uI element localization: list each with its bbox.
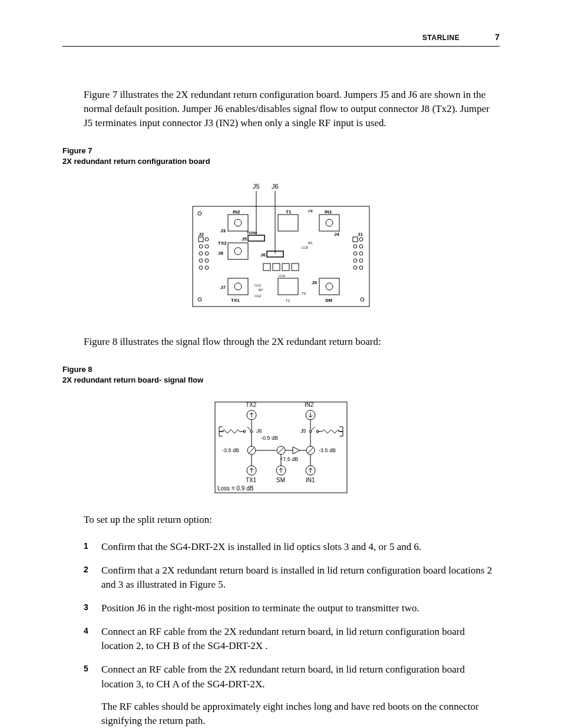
fig7-T2: T2 bbox=[286, 299, 290, 302]
svg-rect-38 bbox=[292, 263, 299, 271]
svg-point-10 bbox=[361, 298, 364, 301]
fig8-m05: -0.5 dB bbox=[261, 435, 278, 441]
figure7: J5 J6 IN2 T1 IN1 C9 bbox=[62, 178, 500, 319]
svg-point-43 bbox=[326, 283, 333, 290]
step-5: Connect an RF cable from the 2X redundan… bbox=[84, 663, 500, 728]
svg-point-25 bbox=[353, 252, 357, 255]
svg-point-7 bbox=[326, 219, 333, 226]
svg-rect-6 bbox=[319, 215, 339, 231]
step-4: Connect an RF cable from the 2X redundan… bbox=[84, 625, 500, 653]
fig7-SM: SM bbox=[325, 298, 332, 303]
svg-point-28 bbox=[359, 259, 363, 262]
svg-point-24 bbox=[359, 245, 363, 248]
svg-point-27 bbox=[353, 259, 357, 262]
svg-point-34 bbox=[234, 248, 242, 255]
svg-point-20 bbox=[205, 266, 209, 269]
fig7-j6-callout: J6 bbox=[272, 183, 279, 190]
svg-point-22 bbox=[359, 238, 363, 241]
svg-point-14 bbox=[205, 245, 209, 248]
fig7-TX1: TX1 bbox=[231, 298, 240, 303]
svg-point-4 bbox=[234, 219, 242, 226]
fig7-J9: J9 bbox=[312, 280, 317, 285]
svg-point-16 bbox=[205, 252, 209, 255]
fig8-m35a: -3.5 dB bbox=[222, 447, 239, 453]
svg-point-9 bbox=[198, 298, 201, 301]
step-2: Confirm that a 2X redundant return board… bbox=[84, 564, 500, 592]
svg-point-26 bbox=[359, 252, 363, 255]
svg-rect-3 bbox=[228, 215, 248, 231]
svg-point-29 bbox=[353, 266, 357, 269]
fig7-R1: R1 bbox=[308, 241, 313, 245]
svg-point-12 bbox=[205, 238, 209, 241]
svg-rect-36 bbox=[273, 263, 280, 271]
figure8: TX2 IN2 J6 J5 -0.5 dB -3.5 dB - bbox=[62, 397, 500, 498]
fig7-IN1: IN1 bbox=[325, 209, 332, 215]
svg-line-60 bbox=[308, 447, 313, 453]
svg-line-63 bbox=[278, 447, 284, 453]
figure7-caption: Figure 7 2X redundant return configurati… bbox=[62, 146, 500, 166]
fig7-J8: J8 bbox=[218, 251, 223, 256]
fig7-J4: J4 bbox=[334, 232, 339, 237]
fig7-j5-callout: J5 bbox=[253, 183, 260, 190]
page-header: STARLINE 7 bbox=[62, 32, 500, 47]
fig8-IN1: IN1 bbox=[306, 477, 315, 483]
fig7-T1: T1 bbox=[286, 209, 292, 215]
svg-point-30 bbox=[359, 266, 363, 269]
svg-point-8 bbox=[198, 212, 201, 215]
fig7-J7: J7 bbox=[220, 285, 226, 290]
paragraph-1: Figure 7 illustrates the 2X redundant re… bbox=[84, 88, 500, 130]
fig7-J5: J5 bbox=[242, 236, 247, 242]
fig7-TX2: TX2 bbox=[218, 241, 227, 246]
svg-point-17 bbox=[199, 259, 203, 262]
header-page-number: 7 bbox=[495, 32, 500, 44]
fig8-m35b: -3.5 dB bbox=[319, 447, 336, 453]
figure8-caption: Figure 8 2X redundant return board- sign… bbox=[62, 364, 500, 385]
fig7-J1: J1 bbox=[358, 232, 363, 237]
svg-marker-65 bbox=[293, 447, 300, 454]
fig7-TERM: TERM bbox=[247, 231, 257, 235]
svg-point-40 bbox=[234, 283, 242, 290]
svg-rect-33 bbox=[228, 243, 248, 259]
svg-rect-37 bbox=[282, 263, 289, 271]
fig7-J6: J6 bbox=[260, 252, 266, 258]
fig7-C12: C12 bbox=[254, 294, 262, 298]
figure8-svg: TX2 IN2 J6 J5 -0.5 dB -3.5 dB - bbox=[210, 397, 352, 498]
steps-intro: To set up the split return option: bbox=[84, 513, 500, 527]
svg-line-51 bbox=[247, 427, 252, 431]
step-1: Confirm that the SG4-DRT-2X is installed… bbox=[84, 540, 500, 554]
svg-rect-31 bbox=[248, 235, 265, 241]
fig8-SM: SM bbox=[276, 477, 285, 483]
svg-rect-35 bbox=[263, 263, 270, 271]
figure7-svg: J5 J6 IN2 T1 IN1 C9 bbox=[181, 178, 381, 319]
fig7-C10: C10 bbox=[279, 274, 286, 278]
step-5-extra: The RF cables should be approximately ei… bbox=[101, 700, 500, 728]
svg-point-15 bbox=[199, 252, 203, 255]
fig8-loss: Loss = 0.9 dB bbox=[217, 485, 254, 492]
fig7-C15: C15 bbox=[302, 246, 309, 249]
svg-rect-5 bbox=[278, 215, 298, 231]
fig8-J6: J6 bbox=[256, 428, 262, 434]
svg-rect-42 bbox=[319, 278, 339, 295]
fig8-p75: +7.5 dB bbox=[280, 456, 298, 462]
fig7-C11: C11 bbox=[254, 284, 262, 287]
svg-rect-39 bbox=[228, 278, 248, 295]
svg-line-54 bbox=[310, 427, 315, 431]
fig8-J5: J5 bbox=[300, 428, 306, 434]
step-3: Position J6 in the right-most position t… bbox=[84, 601, 500, 615]
svg-point-23 bbox=[353, 245, 357, 248]
fig7-T3: T3 bbox=[302, 292, 306, 295]
header-brand: STARLINE bbox=[422, 33, 459, 43]
fig7-J2: J2 bbox=[199, 232, 204, 237]
svg-rect-21 bbox=[353, 237, 358, 242]
fig7-J3: J3 bbox=[220, 228, 226, 233]
paragraph-2: Figure 8 illustrates the signal flow thr… bbox=[84, 335, 500, 349]
fig7-C9: C9 bbox=[308, 209, 313, 213]
steps-list: Confirm that the SG4-DRT-2X is installed… bbox=[84, 540, 500, 728]
svg-point-18 bbox=[205, 259, 209, 262]
svg-rect-41 bbox=[278, 278, 298, 295]
fig8-TX1: TX1 bbox=[246, 477, 257, 483]
svg-point-13 bbox=[199, 245, 203, 248]
svg-rect-11 bbox=[199, 237, 203, 242]
fig8-IN2: IN2 bbox=[305, 401, 314, 408]
svg-point-19 bbox=[199, 266, 203, 269]
